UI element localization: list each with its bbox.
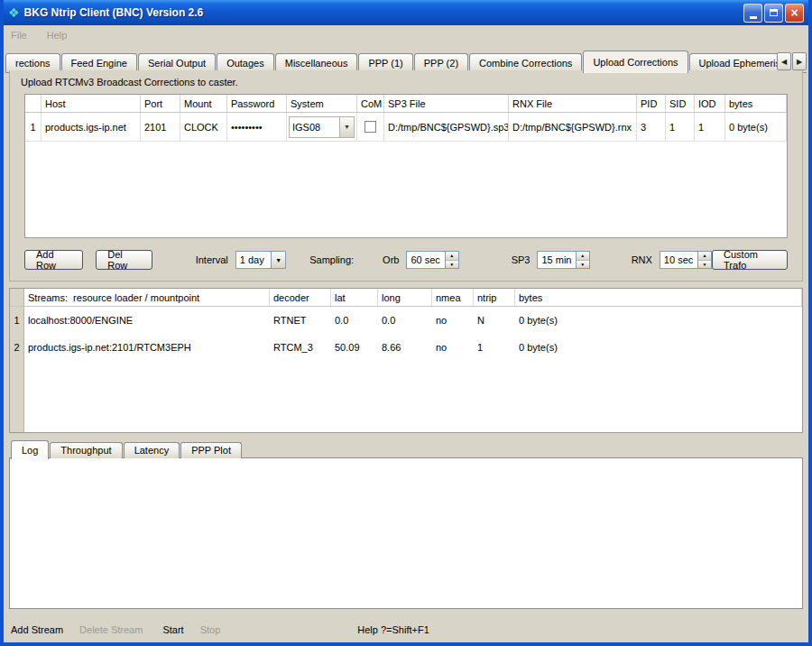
menu-help[interactable]: Help [47,30,68,41]
spinner-arrows: ▲ ▼ [697,252,711,268]
upload-controls: Add Row Del Row Interval 1 day ▼ Samplin… [24,249,788,271]
spinner-up-icon[interactable]: ▲ [698,252,711,261]
custom-trafo-button[interactable]: Custom Trafo [712,250,788,270]
pid-cell[interactable]: 3 [637,113,666,142]
ntrip-cell[interactable]: 1 [474,334,515,361]
tab-upload-ephemeris[interactable]: Upload Ephemeris [689,53,791,72]
tab-feed-engine[interactable]: Feed Engine [61,53,137,72]
tab-latency[interactable]: Latency [124,442,180,458]
minimize-button[interactable] [743,4,762,23]
stream-row[interactable]: 1 localhost:8000/ENGINE RTNET 0.0 0.0 no… [10,307,802,334]
tab-ppp-plot[interactable]: PPP Plot [180,442,242,458]
tab-serial-output[interactable]: Serial Output [138,53,216,72]
col-sp3-file: SP3 File [384,95,509,112]
panel-description: Upload RTCMv3 Broadcast Corrections to c… [21,77,238,88]
tab-corrections[interactable]: rections [5,53,60,72]
col-bytes: bytes [515,289,802,306]
maximize-icon [770,9,778,16]
spinner-down-icon[interactable]: ▼ [446,261,458,269]
tab-scroll-left-button[interactable]: ◀ [777,52,791,70]
sp3-file-cell[interactable]: D:/tmp/BNC${GPSWD}.sp3 [384,113,509,142]
row-number: 1 [10,307,24,334]
log-output-area[interactable] [9,457,803,609]
tab-upload-corrections[interactable]: Upload Corrections [583,51,687,73]
minimize-icon [750,16,757,19]
mount-cell[interactable]: CLOCK [180,113,227,142]
com-cell [357,113,384,142]
bytes-cell: 0 byte(s) [515,334,802,361]
chevron-down-icon: ▼ [339,117,354,137]
system-combobox[interactable]: IGS08 ▼ [289,116,355,138]
start-action[interactable]: Start [162,624,183,635]
port-cell[interactable]: 2101 [141,113,180,142]
iod-cell[interactable]: 1 [695,113,725,142]
spinner-down-icon[interactable]: ▼ [698,261,711,269]
close-icon: × [790,6,798,19]
com-checkbox[interactable] [364,121,376,133]
stream-row[interactable]: 2 products.igs-ip.net:2101/RTCM3EPH RTCM… [10,334,802,361]
interval-combobox[interactable]: 1 day ▼ [235,251,286,269]
interval-label: Interval [196,254,228,265]
add-row-button[interactable]: Add Row [24,250,83,270]
tab-outages[interactable]: Outages [217,53,274,72]
host-cell[interactable]: products.igs-ip.net [42,113,141,142]
col-system: System [287,95,357,112]
tab-miscellaneous[interactable]: Miscellaneous [275,53,358,72]
orb-spinner[interactable]: 60 sec ▲ ▼ [406,251,458,269]
ntrip-cell[interactable]: N [474,307,515,334]
system-combobox-value: IGS08 [292,122,320,133]
mountpoint-cell[interactable]: products.igs-ip.net:2101/RTCM3EPH [24,334,270,361]
bytes-cell: 0 byte(s) [515,307,802,334]
menu-file[interactable]: File [11,30,27,41]
bottom-tab-bar: Log Throughput Latency PPP Plot [11,439,243,458]
lat-cell[interactable]: 50.09 [331,334,378,361]
tab-log[interactable]: Log [11,440,49,459]
spinner-down-icon[interactable]: ▼ [577,261,589,269]
col-host: Host [42,95,141,112]
upload-table-empty-area[interactable] [25,142,787,237]
password-cell[interactable]: ••••••••• [227,113,287,142]
col-rnx-file: RNX File [509,95,637,112]
bytes-cell: 0 byte(s) [725,113,787,142]
close-button[interactable]: × [785,4,804,23]
upload-corrections-panel: Upload RTCMv3 Broadcast Corrections to c… [9,70,803,281]
streams-table: Streams: resource loader / mountpoint de… [9,288,803,433]
spinner-up-icon[interactable]: ▲ [577,252,589,261]
long-cell[interactable]: 0.0 [378,307,432,334]
sid-cell[interactable]: 1 [666,113,695,142]
tab-scroll-right-button[interactable]: ▶ [792,52,807,70]
nmea-cell[interactable]: no [432,307,474,334]
maximize-button[interactable] [764,4,783,23]
app-window: ❖ BKG Ntrip Client (BNC) Version 2.6 × F… [0,0,812,646]
decoder-cell[interactable]: RTCM_3 [270,334,331,361]
rnx-label: RNX [632,254,652,265]
col-lat: lat [331,289,378,306]
lat-cell[interactable]: 0.0 [331,307,378,334]
statusbar: Add Stream Delete Stream Start Stop Help… [4,619,808,641]
rnx-file-cell[interactable]: D:/tmp/BNC${GPSWD}.rnx [509,113,637,142]
col-password: Password [227,95,287,112]
help-hint: Help ?=Shift+F1 [357,624,429,635]
sp3-spinner[interactable]: 15 min ▲ ▼ [537,251,589,269]
del-row-button[interactable]: Del Row [96,250,152,270]
system-cell: IGS08 ▼ [287,113,357,142]
sampling-label: Sampling: [309,254,354,265]
nmea-cell[interactable]: no [432,334,474,361]
decoder-cell[interactable]: RTNET [270,307,331,334]
titlebar: ❖ BKG Ntrip Client (BNC) Version 2.6 × [4,0,808,25]
col-sid: SID [666,95,695,112]
rnx-spinner[interactable]: 10 sec ▲ ▼ [660,251,712,269]
tab-ppp-1[interactable]: PPP (1) [358,53,412,72]
spinner-up-icon[interactable]: ▲ [446,252,458,261]
add-stream-action[interactable]: Add Stream [11,624,63,635]
menubar: File Help [4,25,808,45]
streams-empty-space[interactable] [24,361,802,432]
long-cell[interactable]: 8.66 [378,334,432,361]
mountpoint-cell[interactable]: localhost:8000/ENGINE [24,307,270,334]
upload-table: Host Port Mount Password System CoM SP3 … [24,94,788,238]
stop-action: Stop [200,624,221,635]
tab-combine-corrections[interactable]: Combine Corrections [469,53,582,72]
tab-ppp-2[interactable]: PPP (2) [414,53,468,72]
corner-header-cell [25,95,42,112]
tab-throughput[interactable]: Throughput [50,442,122,458]
